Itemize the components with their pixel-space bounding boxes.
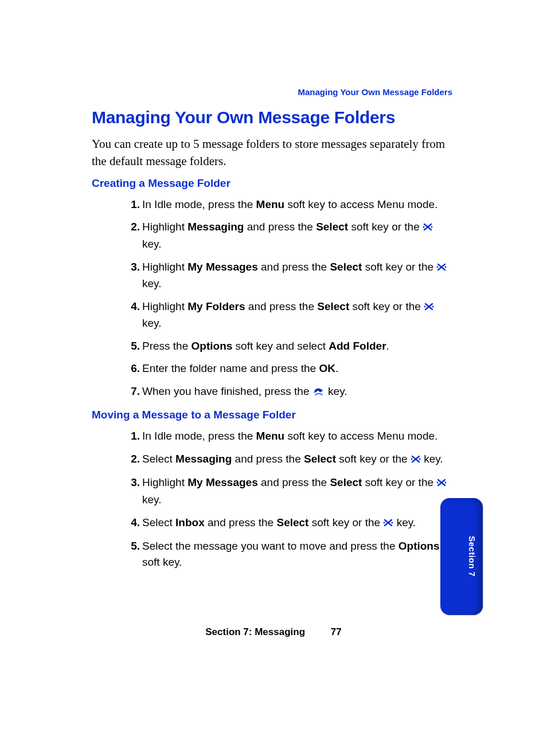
bold-term: Select (317, 300, 349, 312)
step-number: 6. (125, 361, 140, 377)
step-number: 5. (125, 338, 140, 354)
step-item: 1.In Idle mode, press the Menu soft key … (125, 197, 447, 213)
svg-point-11 (432, 305, 434, 307)
step-item: 5.Press the Options soft key and select … (125, 338, 447, 354)
bold-term: Messaging (175, 453, 232, 465)
step-item: 2.Highlight Messaging and press the Sele… (125, 219, 447, 252)
bold-term: Select (304, 453, 336, 465)
intro-paragraph: You can create up to 5 message folders t… (92, 135, 447, 170)
step-number: 7. (125, 383, 140, 399)
bold-term: My Folders (187, 300, 245, 312)
step-item: 4.Select Inbox and press the Select soft… (125, 515, 447, 532)
confirm-key-icon (383, 516, 393, 532)
step-item: 1.In Idle mode, press the Menu soft key … (125, 428, 447, 444)
step-number: 5. (125, 538, 140, 554)
bold-term: Menu (256, 198, 285, 210)
bold-term: Options (192, 340, 233, 352)
bold-term: Messaging (187, 221, 244, 233)
svg-point-18 (437, 482, 439, 484)
svg-point-7 (445, 266, 447, 268)
svg-point-2 (423, 226, 425, 228)
svg-point-19 (445, 482, 447, 484)
step-number: 3. (125, 259, 140, 275)
steps-creating: 1.In Idle mode, press the Menu soft key … (92, 197, 447, 401)
footer-page-number: 77 (331, 626, 342, 638)
step-item: 5.Select the message you want to move an… (125, 538, 447, 570)
bold-term: Add Folder (329, 340, 386, 352)
step-item: 3.Highlight My Messages and press the Se… (125, 259, 447, 292)
bold-term: My Messages (187, 476, 258, 488)
bold-term: Select (330, 476, 362, 488)
page-content: Managing Your Own Message Folders You ca… (92, 108, 447, 578)
step-number: 4. (125, 299, 140, 315)
steps-moving: 1.In Idle mode, press the Menu soft key … (92, 428, 447, 570)
end-key-icon (312, 385, 325, 401)
bold-term: Select (316, 221, 348, 233)
bold-term: Menu (256, 430, 285, 442)
bold-term: Options (398, 540, 440, 552)
svg-point-23 (392, 522, 393, 523)
step-number: 3. (125, 475, 140, 491)
subheading-moving: Moving a Message to a Message Folder (92, 409, 447, 421)
bold-term: My Messages (187, 261, 258, 273)
step-item: 6.Enter the folder name and press the OK… (125, 361, 447, 377)
bold-term: Inbox (175, 516, 205, 528)
svg-point-15 (419, 458, 420, 460)
svg-point-14 (411, 458, 412, 460)
step-item: 7.When you have finished, press the key. (125, 383, 447, 401)
step-number: 2. (125, 219, 140, 235)
footer-section: Section 7: Messaging (205, 626, 305, 638)
step-number: 1. (125, 197, 140, 213)
step-number: 1. (125, 428, 140, 444)
subheading-creating: Creating a Message Folder (92, 177, 447, 190)
section-tab-label: Section 7 (467, 536, 477, 577)
confirm-key-icon (424, 300, 434, 316)
step-number: 2. (125, 451, 140, 467)
svg-point-22 (384, 522, 385, 523)
confirm-key-icon (423, 220, 433, 236)
svg-point-10 (424, 305, 426, 307)
step-item: 2.Select Messaging and press the Select … (125, 451, 447, 468)
svg-point-3 (431, 226, 433, 228)
bold-term: Select (276, 516, 308, 528)
header-breadcrumb: Managing Your Own Message Folders (298, 87, 453, 97)
step-item: 3.Highlight My Messages and press the Se… (125, 475, 447, 507)
page-title: Managing Your Own Message Folders (92, 108, 447, 127)
section-tab: Section 7 (440, 498, 483, 615)
document-page: Managing Your Own Message Folders Managi… (0, 0, 547, 756)
bold-term: OK (319, 362, 335, 374)
step-number: 4. (125, 515, 140, 531)
confirm-key-icon (411, 452, 421, 468)
page-footer: Section 7: Messaging 77 (0, 626, 547, 638)
confirm-key-icon (436, 476, 447, 492)
bold-term: Select (330, 261, 362, 273)
confirm-key-icon (436, 260, 447, 276)
step-item: 4.Highlight My Folders and press the Sel… (125, 299, 447, 331)
svg-point-6 (437, 266, 439, 268)
